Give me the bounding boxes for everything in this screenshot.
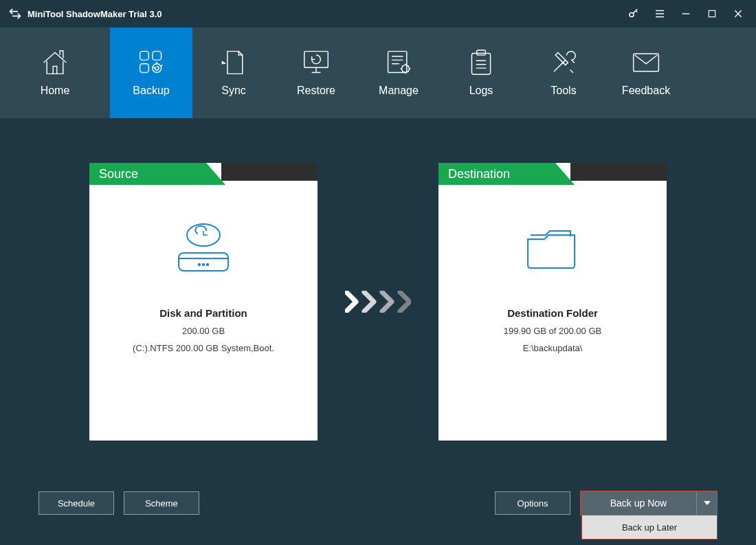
backup-dropdown: Back up Later (581, 515, 718, 540)
svg-rect-2 (140, 52, 149, 60)
svg-point-15 (203, 264, 204, 265)
app-title: MiniTool ShadowMaker Trial 3.0 (27, 9, 162, 19)
source-card[interactable]: Source Disk and Partition 200.00 GB (C:)… (89, 163, 318, 441)
schedule-button[interactable]: Schedule (38, 491, 114, 515)
destination-card[interactable]: Destination Destination Folder 199.90 GB… (438, 163, 667, 441)
top-nav: Home Backup Sync Restore Manage (0, 27, 756, 118)
svg-rect-6 (304, 52, 329, 68)
nav-logs[interactable]: Logs (440, 27, 522, 118)
nav-label: Tools (551, 85, 576, 97)
nav-backup[interactable]: Backup (110, 27, 192, 118)
minimize-button[interactable] (674, 3, 698, 25)
svg-rect-4 (140, 64, 149, 73)
nav-label: Sync (221, 85, 246, 97)
nav-home[interactable]: Home (0, 27, 110, 118)
sync-icon (220, 49, 247, 76)
svg-rect-7 (388, 52, 407, 73)
nav-tools[interactable]: Tools (522, 27, 605, 118)
bottom-bar: Schedule Scheme Options Back up Now Back… (0, 479, 756, 527)
svg-rect-3 (153, 52, 162, 60)
source-tab: Source (89, 163, 206, 185)
close-button[interactable] (726, 3, 751, 25)
source-size: 200.00 GB (182, 326, 225, 336)
feedback-icon (631, 49, 661, 76)
destination-heading: Destination Folder (507, 307, 598, 319)
app-logo: MiniTool ShadowMaker Trial 3.0 (8, 7, 162, 21)
svg-rect-13 (179, 253, 228, 271)
destination-detail: E:\backupdata\ (523, 343, 583, 353)
menu-icon[interactable] (647, 3, 672, 25)
backup-now-button[interactable]: Back up Now (581, 491, 696, 515)
restore-icon (300, 49, 332, 76)
manage-icon (384, 49, 413, 76)
svg-point-5 (153, 64, 162, 73)
nav-label: Home (41, 85, 70, 97)
nav-label: Backup (133, 85, 169, 97)
transfer-arrow-icon (345, 163, 411, 441)
source-detail: (C:).NTFS 200.00 GB System,Boot. (133, 343, 274, 353)
destination-tab-label: Destination (448, 167, 510, 181)
options-button[interactable]: Options (495, 491, 570, 515)
nav-manage[interactable]: Manage (357, 27, 440, 118)
card-decor (221, 163, 318, 181)
svg-rect-10 (477, 50, 486, 55)
home-icon (40, 49, 70, 76)
backup-dropdown-toggle[interactable] (696, 491, 717, 515)
window-controls (621, 3, 751, 25)
tools-icon (549, 49, 578, 76)
caret-down-icon (704, 501, 711, 505)
svg-point-14 (199, 264, 200, 265)
card-decor (570, 163, 667, 181)
svg-point-0 (630, 13, 634, 17)
backup-icon (136, 49, 166, 76)
destination-tab: Destination (438, 163, 555, 185)
source-tab-label: Source (99, 167, 138, 181)
backup-split-button: Back up Now Back up Later (580, 491, 718, 515)
nav-restore[interactable]: Restore (275, 27, 357, 118)
logs-icon (468, 49, 494, 76)
nav-label: Logs (469, 85, 493, 97)
nav-label: Restore (297, 85, 335, 97)
nav-sync[interactable]: Sync (192, 27, 275, 118)
nav-label: Manage (379, 85, 419, 97)
backup-later-item[interactable]: Back up Later (582, 515, 717, 539)
destination-size: 199.90 GB of 200.00 GB (504, 326, 601, 336)
svg-rect-9 (471, 53, 490, 74)
scheme-button[interactable]: Scheme (124, 491, 199, 515)
titlebar: MiniTool ShadowMaker Trial 3.0 (0, 0, 756, 27)
backup-content: Source Disk and Partition 200.00 GB (C:)… (0, 118, 756, 479)
activation-key-icon[interactable] (621, 3, 646, 25)
disk-icon (172, 218, 235, 280)
maximize-button[interactable] (700, 3, 724, 25)
arrows-cycle-icon (8, 7, 22, 21)
nav-label: Feedback (622, 85, 670, 97)
svg-rect-1 (709, 10, 715, 16)
nav-feedback[interactable]: Feedback (605, 27, 687, 118)
folder-icon (524, 218, 581, 280)
svg-point-16 (207, 264, 208, 265)
source-heading: Disk and Partition (159, 307, 247, 319)
